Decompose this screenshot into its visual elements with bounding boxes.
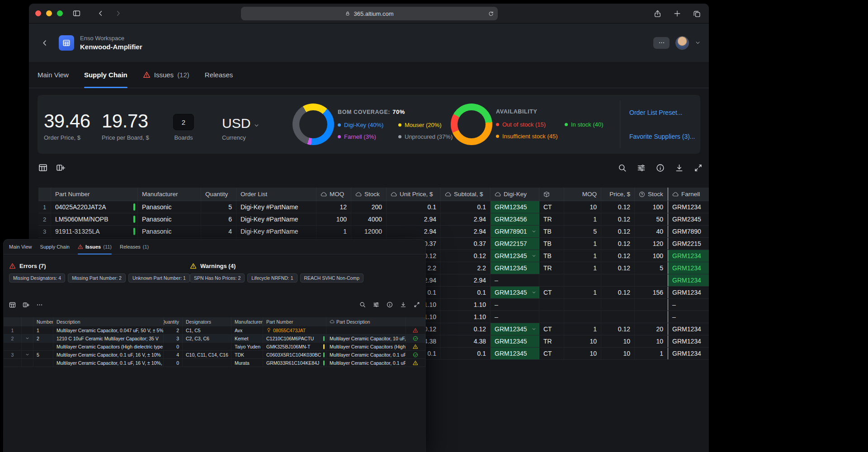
chevron-down-icon[interactable] (532, 229, 536, 234)
boards-input[interactable]: 2 (173, 114, 194, 130)
issues-row[interactable]: 35Multilayer Ceramic Capacitor, 0.1 uF, … (4, 351, 425, 359)
info-icon[interactable] (387, 301, 393, 308)
tab-main-view[interactable]: Main View (38, 62, 69, 88)
columns-icon[interactable] (9, 301, 16, 308)
tab-supply-chain[interactable]: Supply Chain (40, 240, 70, 254)
issues-row[interactable]: 221210 C 10uF Ceramic Multilayer Capacit… (4, 334, 425, 343)
download-icon[interactable] (400, 301, 406, 308)
bom-row[interactable]: 2LM5060MM/NOPBPanasonic6Digi-Key #PartNa… (38, 213, 709, 226)
columns-icon[interactable] (38, 163, 47, 172)
user-menu-chevron-icon[interactable] (695, 40, 701, 46)
expand-cell[interactable] (22, 334, 33, 342)
filter-icon[interactable] (637, 164, 646, 172)
back-icon[interactable] (97, 9, 104, 17)
chevron-down-icon[interactable] (532, 290, 536, 295)
tab-issues[interactable]: Issues(12) (143, 62, 189, 88)
refresh-icon[interactable] (488, 11, 494, 17)
status-cell (406, 326, 425, 334)
sidebar-toggle-icon[interactable] (73, 9, 80, 17)
more-options-button[interactable] (653, 37, 670, 49)
address-bar[interactable]: 365.altium.com (241, 7, 498, 20)
order-list-preset-link[interactable]: Order List Preset... (629, 109, 695, 116)
column-header-blank[interactable] (4, 317, 22, 326)
column-header-quantity[interactable]: Quantity (164, 317, 183, 326)
expand-row-icon[interactable] (25, 336, 29, 340)
column-header-number[interactable]: Number (33, 317, 53, 326)
download-icon[interactable] (675, 164, 684, 172)
digikey-cell[interactable]: GRM12345 (491, 323, 539, 335)
row-number-cell: 2 (38, 213, 51, 225)
expand-icon[interactable] (694, 164, 703, 172)
filter-icon[interactable] (373, 301, 379, 308)
column-header-description[interactable]: Description (53, 317, 164, 326)
issues-row[interactable]: Multilayer Ceramic Capacitors (High diel… (4, 343, 425, 351)
column-header-stock[interactable]: Stock (635, 188, 668, 201)
issues-row[interactable]: 11Multilayer Ceramic Capacitor, 0.047 uF… (4, 326, 425, 334)
forward-icon[interactable] (114, 9, 122, 17)
column-header-quantity[interactable]: Quantity (201, 188, 236, 201)
column-header-blank[interactable] (406, 317, 425, 326)
column-header-moq[interactable]: MOQ (316, 188, 351, 201)
column-header-price[interactable]: Price, $ (601, 188, 635, 201)
search-icon[interactable] (359, 301, 366, 308)
currency-select[interactable]: USD (222, 106, 259, 130)
bom-row[interactable]: 391911-31325LAPanasonic4Digi-Key #PartNa… (38, 226, 709, 238)
row-number-cell: 2 (4, 334, 22, 342)
supplier-price-cell: 10 (601, 335, 635, 347)
chevron-down-icon[interactable] (532, 254, 536, 258)
close-button[interactable] (35, 10, 41, 16)
column-header-manufacturer[interactable]: Manufacturer (231, 317, 263, 326)
digikey-cell[interactable]: GRM12345 (491, 250, 539, 262)
column-header-part-number[interactable]: Part Number (51, 188, 138, 201)
column-header-subtotal[interactable]: Subtotal, $ (441, 188, 491, 201)
issue-chip[interactable]: REACH SVHC Non-Comp (300, 273, 364, 282)
chevron-down-icon[interactable] (532, 327, 536, 331)
add-row-icon[interactable] (23, 301, 29, 308)
column-header-manufacturer[interactable]: Manufacturer (138, 188, 201, 201)
tab-issues[interactable]: Issues(11) (78, 240, 112, 254)
new-tab-icon[interactable] (674, 10, 681, 17)
column-header-part-description[interactable]: Part Description (326, 317, 406, 326)
share-icon[interactable] (654, 10, 661, 18)
column-header-moq[interactable]: MOQ (564, 188, 601, 201)
issues-row[interactable]: Multilayer Ceramic Capacitor, 0.1 uF, 16… (4, 359, 425, 367)
column-header-designators[interactable]: Designators (183, 317, 231, 326)
zoom-button[interactable] (57, 10, 63, 16)
column-header-row-number[interactable] (38, 188, 51, 201)
column-header-digi-key[interactable]: Digi-Key (491, 188, 539, 201)
part-number-cell: 08055C473JAT (263, 326, 326, 334)
column-header-part-number[interactable]: Part Number (263, 317, 326, 326)
expand-row-icon[interactable] (25, 353, 29, 357)
avatar[interactable] (675, 36, 689, 50)
tab-main-view[interactable]: Main View (9, 240, 32, 254)
column-header-order-list[interactable]: Order List (236, 188, 316, 201)
tab-releases[interactable]: Releases (205, 62, 233, 88)
legend-label: Mouser (20%) (405, 122, 442, 128)
digikey-cell[interactable]: GRM78901 (491, 226, 539, 237)
column-header-stock[interactable]: Stock (351, 188, 387, 201)
bom-row[interactable]: 104025A220JAT2APanasonic5Digi-Key #PartN… (38, 201, 709, 213)
issue-chip[interactable]: Missing Part Number: 2 (68, 273, 126, 282)
expand-icon[interactable] (414, 301, 420, 308)
search-icon[interactable] (618, 164, 627, 172)
column-header-blank[interactable] (22, 317, 33, 326)
tab-releases[interactable]: Releases(1) (120, 240, 149, 254)
add-row-icon[interactable] (56, 163, 65, 172)
column-header-package[interactable] (539, 188, 564, 201)
issue-chip[interactable]: Unknown Part Number: 1 (128, 273, 190, 282)
app-back-icon[interactable] (41, 39, 49, 47)
info-icon[interactable] (656, 164, 665, 172)
digikey-cell[interactable]: GRM12345 (491, 287, 539, 298)
minimize-button[interactable] (46, 10, 52, 16)
expand-cell[interactable] (22, 351, 33, 358)
issue-chip[interactable]: Missing Designators: 4 (9, 273, 65, 282)
column-header-farnell[interactable]: Farnell (668, 188, 709, 201)
column-header-unit-price[interactable]: Unit Price, $ (387, 188, 441, 201)
order-list-cell: Digi-Key #PartName (236, 226, 316, 237)
issue-chip[interactable]: Lifecycle NRFND: 1 (247, 273, 297, 282)
tab-supply-chain[interactable]: Supply Chain (84, 62, 127, 88)
ellipsis-icon[interactable] (36, 301, 43, 308)
issue-chip[interactable]: SPN Has No Prices: 2 (190, 273, 245, 282)
tabs-overview-icon[interactable] (693, 10, 701, 18)
favorite-suppliers-link[interactable]: Favorite Suppliers (3)... (629, 133, 695, 140)
